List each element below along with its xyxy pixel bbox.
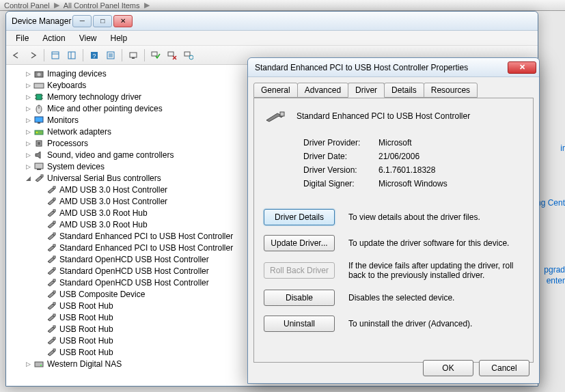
disable-button[interactable]: Disable (264, 290, 335, 306)
expand-icon[interactable]: ▷ (24, 128, 32, 135)
cancel-button[interactable]: Cancel (479, 360, 529, 376)
tree-label: Standard OpenHCD USB Host Controller (59, 278, 209, 288)
breadcrumb: Control Panel ▶ All Control Panel Items … (0, 0, 565, 11)
svg-rect-18 (34, 83, 44, 88)
expand-icon[interactable]: ▷ (24, 105, 32, 112)
svg-rect-45 (53, 291, 55, 293)
computer-refresh-icon (184, 51, 193, 60)
update-driver-button[interactable]: Update Driver... (264, 235, 335, 251)
dialog-titlebar[interactable]: Standard Enhanced PCI to USB Host Contro… (248, 58, 539, 77)
usb-icon (46, 266, 57, 277)
svg-rect-10 (130, 53, 137, 57)
svg-rect-2 (68, 52, 75, 59)
expand-icon[interactable]: ▷ (24, 361, 32, 367)
expand-icon[interactable]: ▷ (24, 152, 32, 158)
expand-icon[interactable]: ▷ (24, 94, 32, 100)
dialog-title: Standard Enhanced PCI to USB Host Contro… (255, 63, 508, 72)
driver-tab-panel: Standard Enhanced PCI to USB Host Contro… (253, 98, 534, 363)
menu-action[interactable]: Action (36, 32, 72, 44)
tree-label: USB Root Hub (59, 301, 113, 311)
svg-rect-33 (35, 163, 43, 169)
svg-rect-53 (280, 112, 284, 116)
breadcrumb-item[interactable]: Control Panel (4, 1, 50, 10)
svg-rect-37 (53, 198, 55, 200)
ok-button[interactable]: OK (423, 360, 473, 376)
maximize-button[interactable]: □ (93, 15, 112, 27)
update-driver-button[interactable] (126, 48, 141, 63)
bg-link-2: ng Cent (536, 198, 565, 208)
provider-value: Microsoft (378, 138, 412, 148)
svg-rect-0 (52, 52, 59, 59)
expand-icon[interactable]: ▷ (24, 70, 32, 77)
roll-back-desc: If the device fails after updating the d… (348, 261, 523, 280)
expand-icon[interactable]: ▷ (24, 140, 32, 147)
unknown-button[interactable] (64, 48, 79, 63)
back-button[interactable] (9, 48, 24, 63)
expand-icon[interactable]: ▷ (24, 82, 32, 89)
svg-rect-42 (53, 256, 55, 258)
window-title: Device Manager (12, 16, 71, 26)
uninstall-button[interactable] (165, 48, 180, 63)
chip-icon (33, 92, 44, 102)
properties-button[interactable] (103, 48, 118, 63)
sound-icon (33, 150, 44, 160)
date-value: 21/06/2006 (378, 152, 419, 161)
tree-label: Sound, video and game controllers (47, 150, 174, 160)
tab-resources[interactable]: Resources (424, 83, 478, 98)
tree-label: System devices (47, 162, 105, 171)
titlebar[interactable]: Device Manager ─ □ ✕ (6, 12, 538, 31)
camera-icon (33, 68, 44, 79)
forward-button[interactable] (25, 48, 40, 63)
svg-rect-47 (53, 314, 55, 316)
computer-icon (128, 51, 138, 60)
usb-icon (46, 196, 57, 207)
usb-icon (46, 335, 57, 346)
expand-icon[interactable]: ▷ (24, 163, 32, 170)
tree-label: USB Root Hub (59, 313, 113, 322)
tab-advanced[interactable]: Advanced (297, 83, 348, 98)
svg-rect-39 (53, 221, 55, 223)
tree-label: USB Root Hub (59, 324, 113, 334)
tree-label: Standard Enhanced PCI to USB Host Contro… (59, 232, 233, 241)
uninstall-button[interactable]: Uninstall (264, 316, 335, 332)
device-name-label: Standard Enhanced PCI to USB Host Contro… (297, 111, 470, 121)
usb-icon (46, 184, 57, 195)
tree-label: Universal Serial Bus controllers (47, 173, 161, 183)
tab-details[interactable]: Details (384, 83, 424, 98)
menu-help[interactable]: Help (104, 32, 135, 44)
menu-file[interactable]: File (9, 32, 36, 44)
properties-dialog: Standard Enhanced PCI to USB Host Contro… (247, 57, 540, 384)
menu-view[interactable]: View (72, 32, 104, 44)
svg-point-15 (189, 55, 193, 59)
tree-label: Monitors (47, 115, 79, 125)
scan-button[interactable] (181, 48, 196, 63)
svg-point-17 (38, 72, 41, 76)
driver-details-button[interactable]: Driver Details (264, 209, 335, 225)
svg-rect-41 (53, 244, 55, 247)
chevron-right-icon: ▶ (54, 1, 59, 10)
svg-rect-48 (53, 326, 55, 328)
help-icon: ? (89, 51, 99, 60)
computer-check-icon (151, 51, 161, 60)
enable-button[interactable] (148, 48, 163, 63)
tab-general[interactable]: General (253, 83, 298, 98)
usb-icon (46, 242, 57, 253)
tree-label: Keyboards (47, 81, 86, 90)
tree-label: Standard OpenHCD USB Host Controller (59, 255, 209, 264)
breadcrumb-item[interactable]: All Control Panel Items (64, 1, 140, 10)
tab-driver[interactable]: Driver (348, 83, 385, 98)
close-button[interactable]: ✕ (113, 15, 133, 27)
help-button[interactable]: ? (87, 48, 102, 63)
svg-rect-11 (132, 57, 135, 59)
cpu-icon (33, 138, 44, 149)
collapse-icon[interactable]: ◢ (24, 175, 32, 182)
svg-rect-43 (53, 268, 55, 270)
expand-icon[interactable]: ▷ (24, 117, 32, 124)
tree-label: Western Digital NAS (47, 359, 122, 369)
usb-icon (46, 289, 57, 300)
dialog-close-button[interactable]: ✕ (508, 61, 536, 74)
minimize-button[interactable]: ─ (72, 15, 92, 27)
show-hide-button[interactable] (48, 48, 63, 63)
tabstrip: GeneralAdvancedDriverDetailsResources (248, 77, 539, 98)
tree-label: Standard OpenHCD USB Host Controller (59, 266, 209, 276)
